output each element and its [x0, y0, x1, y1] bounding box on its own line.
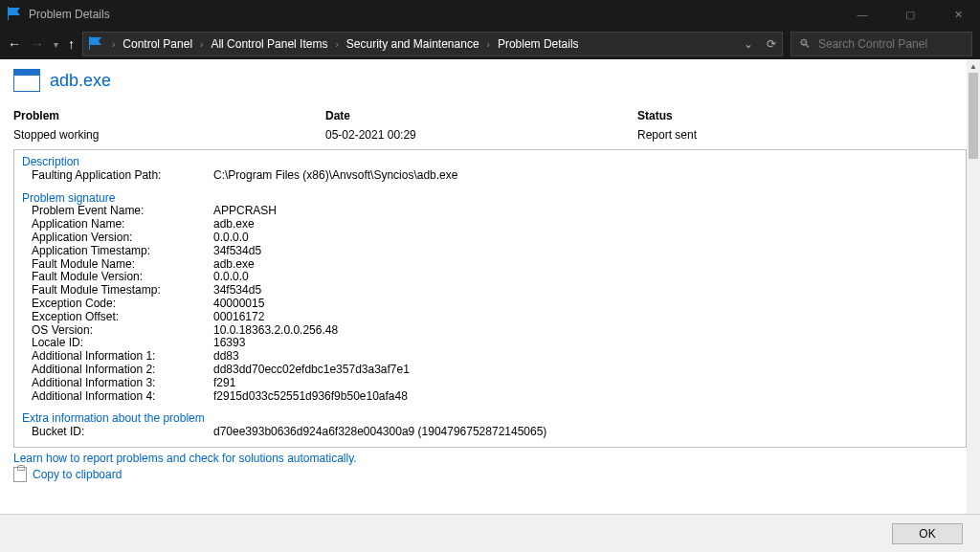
signature-key: Application Name:: [22, 218, 213, 232]
back-button[interactable]: ←: [8, 36, 21, 52]
breadcrumb-item[interactable]: All Control Panel Items: [211, 37, 327, 51]
signature-key: Additional Information 4:: [22, 390, 213, 404]
learn-link-row: Learn how to report problems and check f…: [13, 452, 967, 465]
footer: OK: [0, 514, 980, 552]
signature-key: Application Version:: [22, 232, 213, 245]
search-icon: 🔍︎: [799, 37, 811, 51]
signature-row: Application Timestamp:34f534d5: [22, 245, 958, 258]
nav-arrows: ← → ▾ ↑: [8, 36, 75, 52]
signature-key: Fault Module Timestamp:: [22, 284, 213, 298]
signature-value: dd83dd70ecc02efdbc1e357d3a3af7e1: [213, 364, 958, 377]
window-controls: — ▢ ✕: [848, 9, 972, 21]
date-label: Date: [325, 109, 637, 122]
date-value: 05-02-2021 00:29: [325, 128, 637, 142]
extra-key: Bucket ID:: [22, 426, 213, 439]
signature-row: Exception Code:40000015: [22, 298, 958, 311]
signature-value: APPCRASH: [213, 205, 958, 218]
signature-row: Fault Module Version:0.0.0.0: [22, 271, 958, 284]
signature-row: Exception Offset:00016172: [22, 311, 958, 324]
refresh-icon[interactable]: ⟳: [767, 37, 776, 51]
app-header: adb.exe: [13, 69, 967, 92]
breadcrumb-item[interactable]: Security and Maintenance: [346, 37, 479, 51]
breadcrumb[interactable]: › Control Panel › All Control Panel Item…: [82, 32, 783, 56]
signature-key: Exception Code:: [22, 298, 213, 311]
clipboard-icon: [13, 467, 27, 482]
breadcrumb-item[interactable]: Problem Details: [498, 37, 579, 51]
copy-link[interactable]: Copy to clipboard: [33, 468, 122, 481]
learn-link[interactable]: Learn how to report problems and check f…: [13, 452, 357, 465]
signature-row: Fault Module Timestamp:34f534d5: [22, 284, 958, 298]
flag-icon: [8, 7, 23, 23]
extra-row: Bucket ID: d70ee393b0636d924a6f328e00430…: [22, 426, 958, 439]
close-button[interactable]: ✕: [944, 9, 972, 21]
description-title: Description: [22, 156, 958, 169]
chevron-right-icon: ›: [487, 39, 490, 50]
signature-row: Additional Information 2:dd83dd70ecc02ef…: [22, 364, 958, 377]
signature-row: Additional Information 4:f2915d033c52551…: [22, 390, 958, 404]
signature-row: OS Version:10.0.18363.2.0.0.256.48: [22, 324, 958, 338]
signature-row: Additional Information 1:dd83: [22, 350, 958, 364]
signature-row: Problem Event Name:APPCRASH: [22, 205, 958, 218]
signature-key: Additional Information 3:: [22, 377, 213, 390]
extra-title: Extra information about the problem: [22, 412, 958, 426]
signature-key: Application Timestamp:: [22, 245, 213, 258]
signature-key: Fault Module Version:: [22, 271, 213, 284]
breadcrumb-item[interactable]: Control Panel: [122, 37, 192, 51]
signature-key: Locale ID:: [22, 337, 213, 350]
signature-title: Problem signature: [22, 192, 958, 206]
minimize-button[interactable]: —: [848, 9, 877, 21]
signature-value: 34f534d5: [213, 245, 958, 258]
ok-button[interactable]: OK: [892, 523, 963, 544]
svg-marker-2: [90, 37, 101, 45]
signature-value: 0.0.0.0: [213, 232, 958, 245]
content-area: ▲ ▼ adb.exe Problem Stopped working Date…: [0, 59, 980, 552]
signature-value: f291: [213, 377, 958, 390]
navbar: ← → ▾ ↑ › Control Panel › All Control Pa…: [0, 29, 980, 59]
forward-button[interactable]: →: [31, 36, 44, 52]
description-row: Faulting Application Path: C:\Program Fi…: [22, 169, 958, 183]
signature-value: 34f534d5: [213, 284, 958, 298]
signature-value: 16393: [213, 337, 958, 350]
signature-key: Problem Event Name:: [22, 205, 213, 218]
app-name: adb.exe: [50, 71, 111, 91]
copy-row: Copy to clipboard: [13, 467, 967, 482]
svg-rect-1: [8, 7, 9, 20]
svg-marker-0: [9, 8, 20, 15]
recent-button[interactable]: ▾: [54, 39, 58, 50]
titlebar: Problem Details — ▢ ✕: [0, 0, 980, 29]
signature-value: dd83: [213, 350, 958, 364]
svg-rect-3: [89, 36, 90, 50]
search-box[interactable]: 🔍︎: [791, 32, 972, 56]
signature-row: Application Name:adb.exe: [22, 218, 958, 232]
status-value: Report sent: [637, 128, 967, 142]
signature-value: 40000015: [213, 298, 958, 311]
signature-key: Fault Module Name:: [22, 258, 213, 272]
signature-key: Additional Information 2:: [22, 364, 213, 377]
signature-value: adb.exe: [213, 258, 958, 272]
signature-value: adb.exe: [213, 218, 958, 232]
problem-label: Problem: [13, 109, 325, 122]
signature-value: 00016172: [213, 311, 958, 324]
up-button[interactable]: ↑: [68, 36, 75, 52]
signature-key: Exception Offset:: [22, 311, 213, 324]
problem-value: Stopped working: [13, 128, 325, 142]
signature-value: f2915d033c52551d936f9b50e10afa48: [213, 390, 958, 404]
extra-value: d70ee393b0636d924a6f328e004300a9 (190479…: [213, 426, 958, 439]
maximize-button[interactable]: ▢: [896, 9, 924, 21]
chevron-right-icon: ›: [200, 39, 203, 50]
signature-row: Application Version:0.0.0.0: [22, 232, 958, 245]
signature-row: Fault Module Name:adb.exe: [22, 258, 958, 272]
signature-row: Locale ID:16393: [22, 337, 958, 350]
app-icon: [13, 69, 40, 92]
status-label: Status: [637, 109, 967, 122]
signature-row: Additional Information 3:f291: [22, 377, 958, 390]
window-title: Problem Details: [29, 8, 110, 21]
signature-key: OS Version:: [22, 324, 213, 338]
signature-value: 0.0.0.0: [213, 271, 958, 284]
description-key: Faulting Application Path:: [22, 169, 213, 183]
chevron-right-icon: ›: [335, 39, 338, 50]
chevron-down-icon[interactable]: ⌄: [744, 37, 753, 51]
search-input[interactable]: [818, 37, 964, 51]
signature-key: Additional Information 1:: [22, 350, 213, 364]
chevron-right-icon: ›: [112, 39, 115, 50]
